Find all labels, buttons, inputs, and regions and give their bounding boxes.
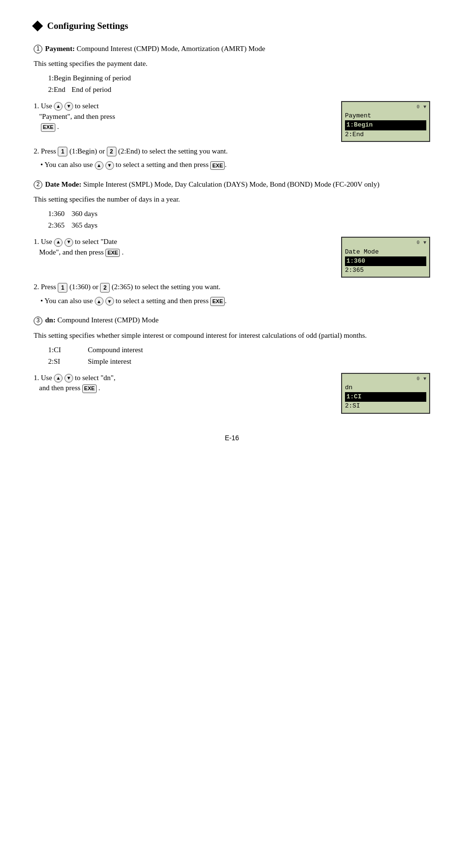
exe-key-1b: EXE [210, 161, 225, 170]
section-date-mode: 2 Date Mode: Simple Interest (SMPL) Mode… [34, 179, 430, 306]
lcd2-line-datemode: Date Mode [345, 248, 426, 256]
lcd3-line-dn: dn [345, 383, 426, 392]
option-1-begin: 1:Begin Beginning of period [48, 72, 430, 84]
nav-down-1b: ▼ [105, 161, 114, 170]
lcd3-icon-arrow: ▼ [423, 376, 426, 383]
key-1-section1: 1 [58, 147, 67, 156]
key-1-section2: 1 [58, 283, 67, 293]
title-text: Configuring Settings [47, 19, 128, 33]
option-2-365: 2:365 365 days [48, 219, 430, 231]
section2-desc: This setting specifies the number of day… [34, 194, 430, 205]
section-dn: 3 dn: Compound Interest (CMPD) Mode This… [34, 315, 430, 413]
exe-key-3: EXE [82, 384, 97, 393]
lcd1-line-1begin: 1:Begin [345, 120, 426, 130]
exe-key-2b: EXE [210, 297, 225, 306]
section2-label: Date Mode: [45, 180, 81, 188]
option-1-360-code: 1:360 [48, 208, 70, 219]
section1-modes: Compound Interest (CMPD) Mode, Amortizat… [76, 45, 265, 52]
lcd2-icon-arrow: ▼ [423, 240, 426, 247]
section3-step1-text: 1. Use ▲ ▼ to select "dn", and then pres… [34, 373, 335, 394]
nav-up-key-2: ▲ [54, 238, 63, 247]
section1-label: Payment: [45, 45, 75, 52]
nav-up-2b: ▲ [95, 297, 103, 306]
section1-step2: 2. Press 1 (1:Begin) or 2 (2:End) to sel… [34, 146, 430, 157]
section2-step1-row: 1. Use ▲ ▼ to select "Date Mode", and th… [34, 237, 430, 278]
section1-bullet: • You can also use ▲ ▼ to select a setti… [40, 159, 430, 170]
lcd1-line-2end: 2:End [345, 130, 426, 139]
option-1-ci-code: 1:CI [48, 344, 70, 356]
step1-num: 1. Use [34, 102, 54, 110]
step1-period: . [57, 123, 59, 130]
lcd1-icon-0: 0 [417, 104, 420, 111]
nav-up-key-1: ▲ [54, 102, 63, 111]
section2-header: 2 Date Mode: Simple Interest (SMPL) Mode… [34, 179, 430, 190]
section1-options: 1:Begin Beginning of period 2:End End of… [48, 72, 430, 95]
circle-num-1: 1 [34, 45, 42, 53]
section1-header: 1 Payment: Compound Interest (CMPD) Mode… [34, 43, 430, 54]
section2-step2: 2. Press 1 (1:360) or 2 (2:365) to selec… [34, 281, 430, 293]
section2-bullet: • You can also use ▲ ▼ to select a setti… [40, 295, 430, 306]
section1-step1-text: 1. Use ▲ ▼ to select "Payment", and then… [34, 101, 335, 132]
section1-step1-row: 1. Use ▲ ▼ to select "Payment", and then… [34, 101, 430, 142]
section3-label: dn: [45, 316, 56, 324]
lcd3-line-2si: 2:SI [345, 402, 426, 410]
option-1-360: 1:360 360 days [48, 208, 430, 219]
lcd2-icons: 0 ▼ [345, 240, 426, 247]
lcd3-line-1ci: 1:CI [345, 392, 426, 402]
step2-period: . [122, 248, 124, 256]
exe-key-2: EXE [105, 249, 120, 257]
lcd-screen-1: 0 ▼ Payment 1:Begin 2:End [341, 101, 430, 142]
section2-step1-text: 1. Use ▲ ▼ to select "Date Mode", and th… [34, 237, 335, 258]
option-1-ci: 1:CI Compound interest [48, 344, 430, 356]
option-2-end-code: 2:End [48, 84, 70, 95]
option-1-360-desc: 360 days [72, 210, 98, 217]
option-2-si: 2:SI Simple interest [48, 356, 430, 367]
section3-options: 1:CI Compound interest 2:SI Simple inter… [48, 344, 430, 367]
page-title: Configuring Settings [34, 19, 430, 33]
diamond-icon [32, 20, 43, 31]
option-2-si-desc: Simple interest [88, 357, 131, 365]
section3-header: 3 dn: Compound Interest (CMPD) Mode [34, 315, 430, 326]
lcd1-icon-arrow: ▼ [423, 104, 426, 111]
step2-num: 1. Use [34, 238, 54, 245]
nav-down-2b: ▼ [105, 297, 114, 306]
section3-modes: Compound Interest (CMPD) Mode [57, 316, 158, 324]
option-2-365-desc: 365 days [72, 221, 98, 229]
nav-down-key-2: ▼ [64, 238, 73, 247]
section-payment: 1 Payment: Compound Interest (CMPD) Mode… [34, 43, 430, 170]
lcd3-icons: 0 ▼ [345, 376, 426, 383]
option-2-end-desc: End of period [72, 86, 111, 93]
nav-down-key-1: ▼ [64, 102, 73, 111]
circle-num-2: 2 [34, 180, 42, 189]
lcd1-icons: 0 ▼ [345, 104, 426, 111]
circle-num-3: 3 [34, 317, 42, 325]
lcd-screen-3: 0 ▼ dn 1:CI 2:SI [341, 373, 430, 414]
section2-options: 1:360 360 days 2:365 365 days [48, 208, 430, 231]
key-2-section1: 2 [107, 147, 116, 156]
lcd2-line-2365: 2:365 [345, 266, 426, 275]
option-2-si-code: 2:SI [48, 356, 70, 367]
option-1-begin-code: 1:Begin [48, 72, 71, 84]
section1-desc: This setting specifies the payment date. [34, 59, 430, 69]
option-2-365-code: 2:365 [48, 219, 70, 231]
step3-period: . [99, 384, 101, 392]
nav-down-key-3: ▼ [64, 374, 73, 383]
lcd2-icon-0: 0 [417, 240, 420, 247]
step3-num: 1. Use [34, 374, 54, 382]
nav-up-key-3: ▲ [54, 374, 63, 383]
lcd1-line-payment: Payment [345, 112, 426, 120]
lcd2-line-1360: 1:360 [345, 256, 426, 266]
option-2-end: 2:End End of period [48, 84, 430, 95]
section3-step1-row: 1. Use ▲ ▼ to select "dn", and then pres… [34, 373, 430, 414]
exe-key-1: EXE [41, 123, 55, 132]
page-number: E-16 [34, 433, 430, 443]
lcd3-icon-0: 0 [417, 376, 420, 383]
key-2-section2: 2 [100, 283, 110, 293]
section3-desc: This setting specifies whether simple in… [34, 331, 430, 341]
section2-modes: Simple Interest (SMPL) Mode, Day Calcula… [83, 180, 380, 188]
lcd-screen-2: 0 ▼ Date Mode 1:360 2:365 [341, 237, 430, 278]
option-1-begin-desc: Beginning of period [73, 74, 131, 82]
nav-up-1b: ▲ [95, 161, 103, 170]
option-1-ci-desc: Compound interest [88, 346, 143, 354]
